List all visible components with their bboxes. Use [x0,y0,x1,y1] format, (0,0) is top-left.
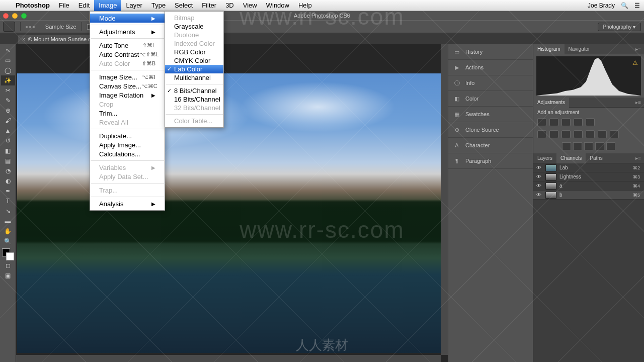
adj-vibrance-icon[interactable] [586,118,595,126]
mode-lab[interactable]: ✓Lab Color [165,65,223,73]
zoom-window-icon[interactable] [21,13,27,19]
mode-rgb[interactable]: RGB Color [165,48,223,56]
eyedropper-tool-icon[interactable]: ✎ [1,96,15,106]
menu-image-size[interactable]: Image Size...⌥⌘I [90,72,165,81]
menu-calculations[interactable]: Calculations... [90,149,165,158]
menu-crop[interactable]: Crop [90,100,165,109]
blur-tool-icon[interactable]: ◔ [1,166,15,176]
mode-grayscale[interactable]: Grayscale [165,22,223,31]
histogram-warning-icon[interactable]: ⚠ [632,59,638,66]
panel-clone-source[interactable]: ⊕Clone Source [448,122,533,138]
adj-curves-icon[interactable] [561,118,571,126]
menu-image[interactable]: Image [94,0,121,11]
adj-invert-icon[interactable] [598,130,607,138]
adj-extra1-icon[interactable] [595,142,604,150]
stamp-tool-icon[interactable]: ▲ [1,126,15,136]
adj-threshold-icon[interactable] [562,142,571,150]
adj-gradient-map-icon[interactable] [573,142,582,150]
dodge-tool-icon[interactable]: ◐ [1,176,15,186]
move-tool-icon[interactable]: ↖ [1,45,15,55]
menu-duplicate[interactable]: Duplicate... [90,131,165,140]
panel-character[interactable]: ACharacter [448,138,533,153]
menu-reveal-all[interactable]: Reveal All [90,118,165,127]
type-tool-icon[interactable]: T [1,196,15,206]
mode-cmyk[interactable]: CMYK Color [165,56,223,65]
menu-apply-image[interactable]: Apply Image... [90,140,165,149]
spotlight-icon[interactable]: 🔍 [621,2,628,9]
adj-levels-icon[interactable] [549,118,558,126]
history-brush-icon[interactable]: ↺ [1,136,15,146]
menu-select[interactable]: Select [170,0,197,11]
adj-brightness-icon[interactable] [537,118,546,126]
panel-actions[interactable]: ▶Actions [448,60,533,75]
menu-3d[interactable]: 3D [221,0,238,11]
visibility-icon[interactable]: 👁 [535,174,542,179]
adj-photo-filter-icon[interactable] [561,130,571,138]
close-tab-icon[interactable]: × [22,37,25,42]
wand-tool-icon[interactable]: ✨ [1,75,15,85]
menu-canvas-size[interactable]: Canvas Size...⌥⌘C [90,81,165,90]
screenmode-icon[interactable]: ▣ [1,270,15,281]
tab-layers[interactable]: Layers [533,153,556,163]
quickmask-icon[interactable]: ◻ [1,260,15,270]
mode-multichannel[interactable]: Multichannel [165,73,223,82]
menu-file[interactable]: File [54,0,74,11]
mode-8bit[interactable]: ✓8 Bits/Channel [165,86,223,95]
panel-menu-icon[interactable]: ▸≡ [632,100,644,105]
menu-trim[interactable]: Trim... [90,109,165,118]
menu-image-rotation[interactable]: Image Rotation▶ [90,90,165,100]
adj-exposure-icon[interactable] [574,118,583,126]
adj-selective-color-icon[interactable] [584,142,593,150]
gradient-tool-icon[interactable]: ▤ [1,156,15,166]
menu-type[interactable]: Type [147,0,170,11]
visibility-icon[interactable]: 👁 [535,165,542,170]
path-tool-icon[interactable]: ↘ [1,206,15,216]
menu-view[interactable]: View [238,0,262,11]
shape-tool-icon[interactable]: ▬ [1,216,15,226]
visibility-icon[interactable]: 👁 [535,183,542,189]
menu-adjustments[interactable]: Adjustments▶ [90,27,165,36]
lasso-tool-icon[interactable]: ◯ [1,65,15,75]
app-name[interactable]: Photoshop [11,2,54,9]
panel-history[interactable]: ▭History [448,44,533,60]
eraser-tool-icon[interactable]: ◧ [1,146,15,156]
tab-navigator[interactable]: Navigator [565,44,594,54]
panel-info[interactable]: ⓘInfo [448,75,533,91]
document-canvas[interactable] [17,73,447,353]
menu-auto-contrast[interactable]: Auto Contrast⌥⇧⌘L [90,50,165,59]
workspace-dropdown[interactable]: Photography ▾ [598,23,641,31]
adj-extra2-icon[interactable] [606,142,615,150]
healing-tool-icon[interactable]: ⊕ [1,106,15,116]
panel-menu-icon[interactable]: ▸≡ [632,46,644,52]
tab-histogram[interactable]: Histogram [533,44,565,54]
mode-16bit[interactable]: 16 Bits/Channel [165,95,223,104]
menu-window[interactable]: Window [262,0,294,11]
menu-analysis[interactable]: Analysis▶ [90,199,165,208]
menu-help[interactable]: Help [294,0,316,11]
menu-edit[interactable]: Edit [74,0,94,11]
zoom-tool-icon[interactable]: 🔍 [1,236,15,246]
tab-paths[interactable]: Paths [586,153,607,163]
minimize-window-icon[interactable] [12,13,18,19]
menu-auto-tone[interactable]: Auto Tone⇧⌘L [90,41,165,50]
pen-tool-icon[interactable]: ✒ [1,186,15,196]
close-window-icon[interactable] [3,13,9,19]
channel-row[interactable]: 👁a⌘4 [533,182,644,191]
vertical-scrollbar[interactable] [441,44,448,355]
adj-channel-mixer-icon[interactable] [574,130,583,138]
marquee-tool-icon[interactable]: ▭ [1,55,15,65]
panel-color[interactable]: ◧Color [448,91,533,107]
brush-tool-icon[interactable]: 🖌 [1,116,15,126]
current-tool-icon[interactable] [3,22,15,32]
menu-layer[interactable]: Layer [121,0,147,11]
list-icon[interactable]: ☰ [634,2,640,9]
adj-posterize-icon[interactable] [610,130,619,138]
adj-color-lookup-icon[interactable] [586,130,595,138]
crop-tool-icon[interactable]: ✂ [1,85,15,96]
channel-row[interactable]: 👁Lab⌘2 [533,163,644,172]
menu-filter[interactable]: Filter [197,0,221,11]
color-swatches[interactable] [2,248,14,260]
panel-swatches[interactable]: ▦Swatches [448,107,533,122]
tab-adjustments[interactable]: Adjustments [533,98,569,108]
visibility-icon[interactable]: 👁 [535,192,542,198]
